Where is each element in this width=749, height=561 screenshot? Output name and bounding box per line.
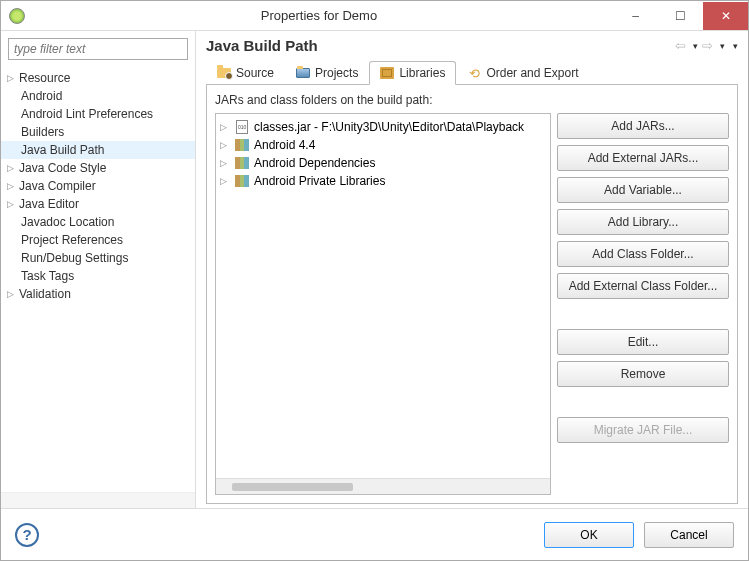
sidebar-item-label: Builders bbox=[21, 125, 64, 139]
add-jars-button[interactable]: Add JARs... bbox=[557, 113, 729, 139]
tab-label: Libraries bbox=[399, 66, 445, 80]
category-tree[interactable]: ▷ResourceAndroidAndroid Lint Preferences… bbox=[1, 67, 195, 492]
sidebar-item-label: Java Code Style bbox=[19, 161, 106, 175]
sidebar-item-run-debug-settings[interactable]: Run/Debug Settings bbox=[1, 249, 195, 267]
tab-label: Source bbox=[236, 66, 274, 80]
source-folder-icon bbox=[217, 66, 231, 80]
sidebar-item-label: Run/Debug Settings bbox=[21, 251, 128, 265]
sidebar-item-task-tags[interactable]: Task Tags bbox=[1, 267, 195, 285]
minimize-button[interactable]: – bbox=[613, 2, 658, 30]
add-external-jars-button[interactable]: Add External JARs... bbox=[557, 145, 729, 171]
tab-bar: SourceProjectsLibraries⟲Order and Export bbox=[206, 60, 738, 85]
page-title: Java Build Path bbox=[206, 37, 673, 54]
libraries-tree[interactable]: ▷classes.jar - F:\Unity3D\Unity\Editor\D… bbox=[216, 114, 550, 478]
add-class-folder-button[interactable]: Add Class Folder... bbox=[557, 241, 729, 267]
tree-expand-icon[interactable]: ▷ bbox=[220, 122, 230, 132]
tab-order-and-export[interactable]: ⟲Order and Export bbox=[456, 61, 589, 85]
window-controls: – ☐ ✕ bbox=[613, 2, 748, 30]
maximize-button[interactable]: ☐ bbox=[658, 2, 703, 30]
sidebar-item-label: Java Build Path bbox=[21, 143, 104, 157]
window-title: Properties for Demo bbox=[25, 8, 613, 23]
tab-label: Order and Export bbox=[486, 66, 578, 80]
remove-button[interactable]: Remove bbox=[557, 361, 729, 387]
library-item-label: Android Private Libraries bbox=[254, 174, 385, 188]
help-icon[interactable]: ? bbox=[15, 523, 39, 547]
library-item-label: Android Dependencies bbox=[254, 156, 375, 170]
sidebar-item-java-editor[interactable]: ▷Java Editor bbox=[1, 195, 195, 213]
tree-expand-icon[interactable]: ▷ bbox=[7, 199, 19, 209]
sidebar-scrollbar[interactable] bbox=[1, 492, 195, 508]
content-area: ▷ResourceAndroidAndroid Lint Preferences… bbox=[1, 31, 748, 508]
sidebar-item-java-code-style[interactable]: ▷Java Code Style bbox=[1, 159, 195, 177]
sidebar-item-resource[interactable]: ▷Resource bbox=[1, 69, 195, 87]
library-stack-icon bbox=[234, 157, 250, 169]
sidebar-item-label: Validation bbox=[19, 287, 71, 301]
add-variable-button[interactable]: Add Variable... bbox=[557, 177, 729, 203]
tree-expand-icon[interactable]: ▷ bbox=[7, 289, 19, 299]
titlebar: Properties for Demo – ☐ ✕ bbox=[1, 1, 748, 31]
main-panel: Java Build Path ⇦▾ ⇨▾ ▾ SourceProjectsLi… bbox=[196, 31, 748, 508]
tab-source[interactable]: Source bbox=[206, 61, 285, 85]
tab-projects[interactable]: Projects bbox=[285, 61, 369, 85]
sidebar-item-android[interactable]: Android bbox=[1, 87, 195, 105]
close-button[interactable]: ✕ bbox=[703, 2, 748, 30]
library-stack-icon bbox=[234, 175, 250, 187]
tab-body: JARs and class folders on the build path… bbox=[206, 85, 738, 504]
view-menu-icon[interactable]: ▾ bbox=[733, 41, 738, 51]
add-external-class-folder-button[interactable]: Add External Class Folder... bbox=[557, 273, 729, 299]
tab-label: Projects bbox=[315, 66, 358, 80]
cancel-button[interactable]: Cancel bbox=[644, 522, 734, 548]
sidebar-item-label: Android bbox=[21, 89, 62, 103]
library-item[interactable]: ▷Android 4.4 bbox=[218, 136, 548, 154]
libraries-row: ▷classes.jar - F:\Unity3D\Unity\Editor\D… bbox=[215, 113, 729, 495]
sidebar-item-label: Android Lint Preferences bbox=[21, 107, 153, 121]
order-export-icon: ⟲ bbox=[467, 66, 481, 80]
tree-expand-icon[interactable]: ▷ bbox=[220, 158, 230, 168]
sidebar-item-label: Java Compiler bbox=[19, 179, 96, 193]
forward-menu-icon[interactable]: ▾ bbox=[720, 41, 725, 51]
sidebar-item-android-lint-preferences[interactable]: Android Lint Preferences bbox=[1, 105, 195, 123]
filter-input[interactable] bbox=[8, 38, 188, 60]
back-arrow-icon[interactable]: ⇦ bbox=[673, 38, 688, 53]
add-library-button[interactable]: Add Library... bbox=[557, 209, 729, 235]
tree-expand-icon[interactable]: ▷ bbox=[220, 176, 230, 186]
library-item-label: Android 4.4 bbox=[254, 138, 315, 152]
sidebar-item-java-compiler[interactable]: ▷Java Compiler bbox=[1, 177, 195, 195]
sidebar-item-project-references[interactable]: Project References bbox=[1, 231, 195, 249]
footer: ? OK Cancel bbox=[1, 508, 748, 560]
sidebar-item-label: Resource bbox=[19, 71, 70, 85]
libraries-tree-container: ▷classes.jar - F:\Unity3D\Unity\Editor\D… bbox=[215, 113, 551, 495]
tree-expand-icon[interactable]: ▷ bbox=[7, 73, 19, 83]
library-icon bbox=[380, 66, 394, 80]
jar-icon bbox=[234, 120, 250, 134]
libraries-hscrollbar[interactable] bbox=[216, 478, 550, 494]
library-item-label: classes.jar - F:\Unity3D\Unity\Editor\Da… bbox=[254, 120, 524, 134]
library-item[interactable]: ▷Android Private Libraries bbox=[218, 172, 548, 190]
forward-arrow-icon[interactable]: ⇨ bbox=[700, 38, 715, 53]
library-stack-icon bbox=[234, 139, 250, 151]
migrate-jar-file-button: Migrate JAR File... bbox=[557, 417, 729, 443]
main-header: Java Build Path ⇦▾ ⇨▾ ▾ bbox=[206, 37, 738, 54]
sidebar-item-validation[interactable]: ▷Validation bbox=[1, 285, 195, 303]
project-folder-icon bbox=[296, 66, 310, 80]
back-menu-icon[interactable]: ▾ bbox=[693, 41, 698, 51]
sidebar-item-label: Task Tags bbox=[21, 269, 74, 283]
sidebar-item-javadoc-location[interactable]: Javadoc Location bbox=[1, 213, 195, 231]
sidebar-item-java-build-path[interactable]: Java Build Path bbox=[1, 141, 195, 159]
edit-button[interactable]: Edit... bbox=[557, 329, 729, 355]
sidebar-item-label: Java Editor bbox=[19, 197, 79, 211]
nav-arrows: ⇦▾ ⇨▾ ▾ bbox=[673, 38, 738, 53]
tree-expand-icon[interactable]: ▷ bbox=[220, 140, 230, 150]
sidebar: ▷ResourceAndroidAndroid Lint Preferences… bbox=[1, 31, 196, 508]
sidebar-item-builders[interactable]: Builders bbox=[1, 123, 195, 141]
libraries-description: JARs and class folders on the build path… bbox=[215, 93, 729, 107]
ok-button[interactable]: OK bbox=[544, 522, 634, 548]
button-column: Add JARs...Add External JARs...Add Varia… bbox=[557, 113, 729, 495]
library-item[interactable]: ▷Android Dependencies bbox=[218, 154, 548, 172]
tree-expand-icon[interactable]: ▷ bbox=[7, 181, 19, 191]
library-item[interactable]: ▷classes.jar - F:\Unity3D\Unity\Editor\D… bbox=[218, 118, 548, 136]
tab-libraries[interactable]: Libraries bbox=[369, 61, 456, 85]
sidebar-item-label: Javadoc Location bbox=[21, 215, 114, 229]
sidebar-item-label: Project References bbox=[21, 233, 123, 247]
tree-expand-icon[interactable]: ▷ bbox=[7, 163, 19, 173]
